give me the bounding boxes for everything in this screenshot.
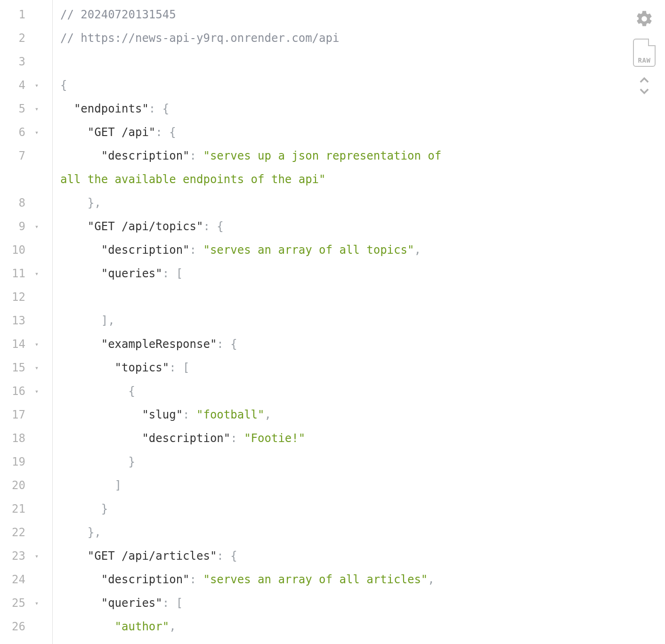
gutter-row: 22: [0, 521, 52, 544]
code-line: }: [60, 450, 665, 474]
json-key: "endpoints": [74, 102, 149, 115]
line-number: 5: [0, 97, 30, 121]
line-number: 26: [0, 615, 30, 638]
code-line: [60, 285, 665, 309]
gear-icon[interactable]: [633, 8, 656, 30]
json-key: "description": [101, 149, 190, 162]
line-number: 4: [0, 73, 30, 97]
line-number: 8: [0, 191, 30, 215]
json-string: "serves an array of all topics": [203, 243, 414, 257]
fold-toggle-icon[interactable]: ▾: [30, 262, 43, 285]
line-number: 22: [0, 521, 30, 544]
gutter-row: 25▾: [0, 591, 52, 615]
gutter-row: 24: [0, 568, 52, 591]
code-line: "slug": "football",: [60, 403, 665, 427]
gutter-row: 20: [0, 474, 52, 497]
gutter-row: 13: [0, 309, 52, 332]
code-line: ],: [60, 309, 665, 332]
code-line: "topic",: [60, 638, 665, 644]
line-number: 15: [0, 356, 30, 379]
code-line: ]: [60, 474, 665, 497]
brace: {: [230, 338, 237, 351]
json-key: "description": [142, 432, 230, 445]
fold-toggle-icon[interactable]: ▾: [30, 591, 43, 615]
brace: ]: [101, 314, 108, 327]
gutter-row: 17: [0, 403, 52, 427]
line-number: 6: [0, 121, 30, 144]
json-key: "exampleResponse": [101, 338, 217, 351]
line-number: 10: [0, 238, 30, 262]
json-viewer: 1234▾5▾6▾789▾1011▾121314▾15▾16▾171819202…: [0, 0, 665, 644]
line-number: 19: [0, 450, 30, 474]
line-number: 11: [0, 262, 30, 285]
gutter-row: 1: [0, 3, 52, 26]
code-line: "GET /api": {: [60, 121, 665, 144]
line-number: 18: [0, 427, 30, 450]
fold-toggle-icon[interactable]: ▾: [30, 356, 43, 379]
code-area[interactable]: // 20240720131545// https://news-api-y9r…: [53, 0, 665, 644]
gutter-row: 14▾: [0, 332, 52, 356]
code-line: "author",: [60, 615, 665, 638]
brace: }: [88, 526, 94, 539]
brace: {: [60, 79, 67, 92]
line-number: 27: [0, 638, 30, 644]
fold-toggle-icon[interactable]: ▾: [30, 97, 43, 121]
code-line: }: [60, 497, 665, 521]
nav-arrows: [637, 75, 652, 96]
line-number: 14: [0, 332, 30, 356]
fold-toggle-icon[interactable]: ▾: [30, 121, 43, 144]
code-line: {: [60, 73, 665, 97]
brace: {: [169, 126, 176, 139]
line-number: 2: [0, 26, 30, 50]
brace: ]: [115, 479, 122, 492]
line-number: 17: [0, 403, 30, 427]
gutter-row: 12: [0, 285, 52, 309]
fold-toggle-icon[interactable]: ▾: [30, 215, 43, 238]
json-string: all the available endpoints of the api": [60, 173, 326, 186]
gutter-row: 5▾: [0, 97, 52, 121]
brace: {: [129, 385, 135, 398]
code-line: "description": "serves an array of all a…: [60, 568, 665, 591]
brace: [: [176, 596, 183, 610]
fold-toggle-icon[interactable]: ▾: [30, 332, 43, 356]
json-key: "GET /api/topics": [88, 220, 203, 233]
code-line: // https://news-api-y9rq.onrender.com/ap…: [60, 26, 665, 50]
line-number: 23: [0, 544, 30, 568]
raw-label: RAW: [638, 56, 651, 64]
code-line: },: [60, 521, 665, 544]
code-line: "GET /api/articles": {: [60, 544, 665, 568]
gutter-row: [0, 168, 52, 191]
code-line: // 20240720131545: [60, 3, 665, 26]
brace: {: [217, 220, 223, 233]
chevron-down-icon[interactable]: [637, 86, 652, 96]
comment: // 20240720131545: [60, 8, 176, 21]
line-number: 25: [0, 591, 30, 615]
json-key: "topics": [115, 361, 170, 374]
raw-button[interactable]: RAW: [633, 39, 656, 67]
brace: }: [88, 196, 94, 209]
gutter-row: 11▾: [0, 262, 52, 285]
brace: [: [176, 267, 183, 280]
line-number-gutter: 1234▾5▾6▾789▾1011▾121314▾15▾16▾171819202…: [0, 0, 53, 644]
json-key: "queries": [101, 596, 162, 610]
code-line-continuation: all the available endpoints of the api": [60, 168, 665, 191]
gutter-row: 19: [0, 450, 52, 474]
line-number: 24: [0, 568, 30, 591]
json-key: "GET /api": [88, 126, 156, 139]
fold-toggle-icon[interactable]: ▾: [30, 544, 43, 568]
code-line: "description": "serves an array of all t…: [60, 238, 665, 262]
code-line: },: [60, 191, 665, 215]
fold-toggle-icon[interactable]: ▾: [30, 73, 43, 97]
line-number: 16: [0, 379, 30, 403]
json-string: "Footie!": [244, 432, 305, 445]
gutter-row: 4▾: [0, 73, 52, 97]
code-line: "description": "serves up a json represe…: [60, 144, 665, 168]
fold-toggle-icon[interactable]: ▾: [30, 379, 43, 403]
line-number: 21: [0, 497, 30, 521]
brace: }: [129, 455, 135, 468]
line-number: 1: [0, 3, 30, 26]
gutter-row: 7: [0, 144, 52, 168]
line-number: 12: [0, 285, 30, 309]
comment: // https://news-api-y9rq.onrender.com/ap…: [60, 32, 339, 45]
gutter-row: 2: [0, 26, 52, 50]
